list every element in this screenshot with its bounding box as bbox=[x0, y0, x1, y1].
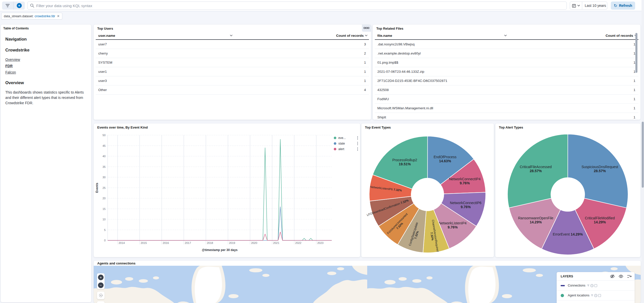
cell-name: Microsoft.WSMan.Management.ni.dll bbox=[375, 106, 507, 110]
svg-text:2019: 2019 bbox=[229, 241, 235, 244]
reorder-icon[interactable] bbox=[627, 275, 632, 278]
toc-link-falcon[interactable]: Falcon bbox=[5, 70, 16, 74]
quick-select-button[interactable] bbox=[570, 2, 582, 9]
map-zoom-controls: + − bbox=[97, 273, 105, 289]
layer-swatch-icon bbox=[561, 294, 565, 297]
top-event-types-panel: Top Event Types EndOfProcess14.63%Networ… bbox=[361, 123, 494, 257]
table-row[interactable]: 01.png.tmp$$1 bbox=[375, 58, 638, 67]
filter-menu-button[interactable] bbox=[2, 2, 13, 10]
layer-row-connections[interactable]: Connections bbox=[557, 281, 635, 291]
svg-text:2020: 2020 bbox=[251, 241, 257, 244]
refresh-button[interactable]: ↻ Refresh bbox=[611, 2, 635, 10]
plus-icon: + bbox=[17, 3, 22, 8]
add-filter-button[interactable]: + bbox=[13, 2, 25, 10]
layer-tools bbox=[587, 284, 597, 287]
events-line-chart[interactable]: 0510152025303540455020142015201620172018… bbox=[94, 123, 360, 257]
svg-text:0: 0 bbox=[104, 239, 106, 242]
time-range-value[interactable]: Last 10 years bbox=[582, 4, 609, 8]
layer-time-icon[interactable] bbox=[590, 284, 594, 287]
filter-pill-close-icon[interactable]: ✕ bbox=[57, 14, 60, 18]
circle-swatch-icon bbox=[561, 294, 564, 297]
legend-options-icon[interactable] bbox=[357, 147, 358, 151]
toc-link-fdr[interactable]: FDR bbox=[5, 64, 13, 68]
magnifier-icon bbox=[30, 4, 34, 8]
table-row[interactable]: ShipIt1 bbox=[375, 113, 638, 120]
table-header-row: file.name Count of records bbox=[375, 32, 638, 40]
top-alert-types-panel: Top Alert Types SuspiciousDnsRequest28.5… bbox=[495, 123, 640, 257]
legend-dot-icon bbox=[334, 148, 336, 150]
refresh-icon: ↻ bbox=[614, 3, 617, 8]
table-row[interactable]: 2F71C2D4-D215-453E-BF4C-D6C0375028711 bbox=[375, 76, 638, 85]
crosshair-icon bbox=[99, 293, 103, 298]
toc-links-group: OverviewFDRFalcon bbox=[5, 58, 87, 74]
alert-types-chart-title: Top Alert Types bbox=[499, 126, 523, 129]
cell-name: 2021-07-06T23:44:46.133Z.zip bbox=[375, 70, 507, 74]
table-row[interactable]: SYSTEM1 bbox=[96, 58, 369, 67]
panel-options-button[interactable] bbox=[362, 25, 371, 32]
layer-row-basemap[interactable]: Basemap bbox=[557, 300, 635, 303]
table-row[interactable]: 2021-07-06T23:44:46.133Z.zip1 bbox=[375, 67, 638, 76]
svg-text:ErrorEvent 14.29%: ErrorEvent 14.29% bbox=[553, 232, 583, 236]
kibana-dashboard: { "nav": { "filter_menu_icon": "filter-l… bbox=[0, 0, 644, 303]
sort-chevron-icon bbox=[504, 35, 507, 36]
plus-icon: + bbox=[98, 275, 104, 280]
expand-map-button[interactable] bbox=[97, 301, 105, 303]
legend-options-icon[interactable] bbox=[357, 136, 358, 140]
set-view-button[interactable] bbox=[97, 292, 105, 299]
cell-name: FodWU bbox=[375, 97, 507, 101]
table-row[interactable]: user11 bbox=[96, 67, 369, 76]
layer-filter-icon[interactable] bbox=[591, 294, 593, 297]
eye-closed-icon[interactable] bbox=[610, 274, 615, 278]
table-scrollbar[interactable] bbox=[635, 33, 637, 73]
column-header-count[interactable]: Count of records bbox=[232, 34, 369, 38]
layer-checkbox[interactable] bbox=[598, 294, 601, 297]
toc-heading: Navigation bbox=[5, 37, 87, 42]
top-users-table: user.name Count of records user73cherry2… bbox=[96, 32, 369, 95]
page-scrollbar-thumb[interactable] bbox=[642, 122, 644, 188]
column-header-count[interactable]: Count of records bbox=[507, 34, 639, 38]
legend-item[interactable]: eve... bbox=[334, 135, 358, 141]
layer-checkbox[interactable] bbox=[594, 284, 597, 287]
svg-text:2016: 2016 bbox=[163, 241, 169, 244]
cell-count: 1 bbox=[507, 79, 639, 83]
table-row[interactable]: cherry2 bbox=[96, 49, 369, 58]
zoom-out-button[interactable]: − bbox=[97, 281, 105, 289]
column-header-user-name[interactable]: user.name bbox=[96, 34, 232, 38]
filter-pill[interactable]: data_stream.dataset: crowdstrike.fdr ✕ bbox=[1, 13, 62, 20]
cell-name: .dat.nosync2c98.VBwjsq bbox=[375, 42, 507, 46]
table-row[interactable]: Other4 bbox=[96, 85, 369, 95]
table-row[interactable]: Microsoft.WSMan.Management.ni.dll1 bbox=[375, 104, 638, 113]
svg-text:25: 25 bbox=[103, 186, 106, 189]
cell-count: 1 bbox=[507, 97, 639, 101]
search-input[interactable] bbox=[36, 4, 567, 8]
layer-time-icon[interactable] bbox=[594, 294, 597, 297]
legend-item[interactable]: state bbox=[334, 141, 358, 146]
table-row[interactable]: FodWU1 bbox=[375, 95, 638, 104]
eye-open-icon[interactable] bbox=[618, 274, 623, 278]
map-canvas[interactable]: + − LAYERS bbox=[94, 266, 641, 303]
line-swatch-icon bbox=[561, 285, 565, 286]
cell-name: cherry bbox=[96, 51, 232, 55]
layer-row-agent-locations[interactable]: Agent locations bbox=[557, 291, 635, 300]
table-row[interactable]: .dat.nosync2c98.VBwjsq1 bbox=[375, 40, 638, 49]
table-row[interactable]: user31 bbox=[96, 76, 369, 85]
layer-label: Agent locations bbox=[568, 294, 589, 297]
alert-types-donut-chart[interactable]: SuspiciousDnsRequest28.57%CriticalFileMo… bbox=[495, 123, 640, 257]
toc-link-overview[interactable]: Overview bbox=[5, 58, 20, 62]
top-files-table: file.name Count of records .dat.nosync2c… bbox=[375, 32, 638, 120]
legend-item[interactable]: alert bbox=[334, 146, 358, 152]
zoom-in-button[interactable]: + bbox=[97, 273, 105, 281]
cell-name: 2F71C2D4-D215-453E-BF4C-D6C037502871 bbox=[375, 79, 507, 83]
filter-button-group: + bbox=[2, 2, 25, 10]
column-header-file-name[interactable]: file.name bbox=[375, 34, 507, 38]
legend-options-icon[interactable] bbox=[357, 142, 358, 145]
svg-text:Events: Events bbox=[95, 183, 99, 193]
table-row[interactable]: 4325081 bbox=[375, 85, 638, 95]
legend-dot-icon bbox=[334, 137, 336, 139]
cell-count: 1 bbox=[232, 70, 369, 74]
cell-name: 01.png.tmp$$ bbox=[375, 61, 507, 64]
layer-filter-icon[interactable] bbox=[587, 284, 590, 287]
table-row[interactable]: user73 bbox=[96, 40, 369, 49]
table-row[interactable]: .net.example.desktop.ev80yl1 bbox=[375, 49, 638, 58]
event-types-donut-chart[interactable]: EndOfProcess14.63%NetworkConnectIP49.76%… bbox=[361, 123, 494, 257]
